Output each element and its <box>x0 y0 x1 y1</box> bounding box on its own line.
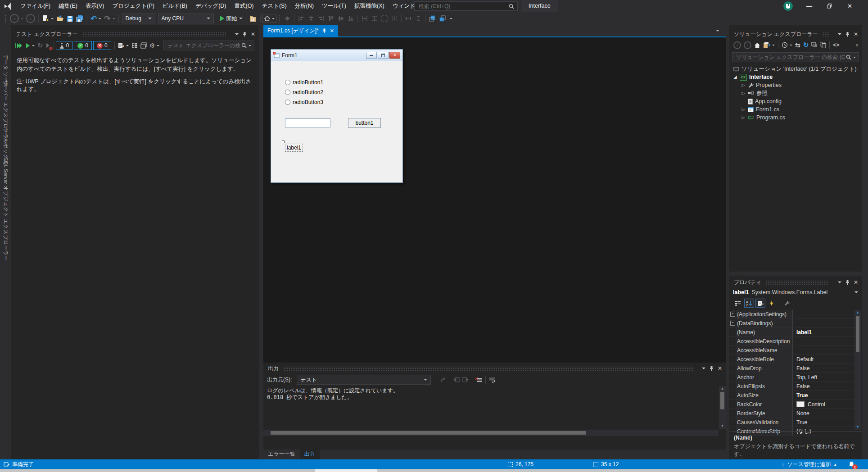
radio-button-3[interactable]: radioButton3 <box>285 99 323 105</box>
toolbar-overflow-icon[interactable]: » <box>855 42 859 48</box>
menu-edit[interactable]: 編集(E) <box>54 0 81 12</box>
form-button1[interactable]: button1 <box>348 118 381 128</box>
navigate-forward-button[interactable]: › <box>25 13 36 24</box>
navigate-back-button[interactable]: ‹ <box>9 13 25 24</box>
menu-file[interactable]: ファイル(F) <box>16 0 54 12</box>
refresh-icon[interactable]: ↻ <box>802 40 810 50</box>
search-options-icon[interactable] <box>853 57 856 58</box>
show-all-files-icon[interactable] <box>819 40 827 50</box>
start-debug-button[interactable]: 開始 <box>219 13 244 24</box>
properties-view-icon[interactable] <box>755 299 765 308</box>
window-position-icon[interactable] <box>702 368 705 369</box>
events-icon[interactable] <box>767 299 777 308</box>
menu-project[interactable]: プロジェクト(P) <box>108 0 158 12</box>
maximize-button[interactable] <box>819 0 840 12</box>
form-label1[interactable]: label1 <box>285 144 303 152</box>
designed-form-window[interactable]: Form1 ✕ radioButton1 radioButton2 radioB… <box>271 49 403 183</box>
test-explorer-search-input[interactable] <box>167 42 241 49</box>
toolbar-overflow-icon[interactable] <box>450 18 452 19</box>
menu-tools[interactable]: ツール(T) <box>318 0 350 12</box>
menu-format[interactable]: 書式(O) <box>230 0 258 12</box>
tab-output[interactable]: 出力 <box>300 449 320 459</box>
radio-button-2[interactable]: radioButton2 <box>285 89 323 95</box>
selected-object-dropdown[interactable]: label1 System.Windows.Forms.Label <box>729 287 862 297</box>
output-log[interactable]: ログのレベルは、情報（既定）に設定されています。 0.018 秒でストアが開きま… <box>263 386 719 429</box>
pin-icon[interactable] <box>845 280 850 285</box>
toolbar-grip[interactable] <box>5 14 7 23</box>
expanded-icon[interactable]: ◢ <box>733 75 737 79</box>
close-icon[interactable]: ✕ <box>854 279 858 286</box>
settings-gear-icon[interactable]: ⚙ <box>148 40 161 51</box>
promote-pin-icon[interactable] <box>322 28 326 33</box>
search-options-icon[interactable] <box>249 45 251 46</box>
navigate-home-icon[interactable] <box>262 14 276 23</box>
tree-item-project-interface[interactable]: ◢ C# Interface <box>733 73 862 81</box>
categorized-icon[interactable] <box>733 299 743 308</box>
platform-dropdown[interactable]: Any CPU <box>158 14 214 23</box>
playlist-icon[interactable] <box>117 40 130 51</box>
quick-search-box[interactable] <box>414 1 518 11</box>
output-horizontal-scrollbar[interactable] <box>263 430 719 436</box>
radio-circle[interactable] <box>285 90 290 95</box>
alphabetical-sort-icon[interactable]: AZ <box>744 299 754 308</box>
open-file-icon[interactable] <box>55 13 65 24</box>
window-position-icon[interactable] <box>838 281 841 283</box>
collapsed-icon[interactable]: ▷ <box>741 83 746 87</box>
test-explorer-search-box[interactable] <box>163 41 254 50</box>
radio-circle[interactable] <box>285 100 290 105</box>
minimize-button[interactable]: — <box>799 0 819 12</box>
pin-icon[interactable] <box>243 32 247 37</box>
clear-all-output-icon[interactable] <box>474 374 484 385</box>
tree-item-references[interactable]: ▷ 参照 <box>733 89 862 97</box>
bring-to-front-icon[interactable] <box>429 15 436 22</box>
document-overflow-icon[interactable] <box>716 30 719 32</box>
solution-explorer-search-box[interactable] <box>732 52 859 62</box>
layers-icon[interactable] <box>139 40 148 51</box>
radio-button-1[interactable]: radioButton1 <box>285 79 323 86</box>
properties-scrollbar[interactable]: ▲ ▼ <box>854 310 861 430</box>
filter-passed-tests-button[interactable]: ✓ 0 <box>74 41 92 50</box>
menu-debug[interactable]: デバッグ(D) <box>191 0 231 12</box>
form-textbox[interactable] <box>285 118 330 127</box>
menu-analyze[interactable]: 分析(N) <box>291 0 318 12</box>
form-client-area[interactable]: radioButton1 radioButton2 radioButton3 b… <box>271 61 402 183</box>
radio-circle[interactable] <box>285 80 290 85</box>
filter-total-tests-button[interactable]: 0 <box>56 41 73 50</box>
new-project-icon[interactable] <box>41 13 55 24</box>
menu-test[interactable]: テスト(S) <box>258 0 291 12</box>
add-to-source-control-button[interactable]: ↑ ソース管理に追加 ▲ <box>782 461 837 468</box>
pending-changes-filter-icon[interactable] <box>780 40 794 50</box>
sidebar-tab-sql-server[interactable]: SQL Server オブジェクト エクスプローラー <box>2 157 9 261</box>
filter-failed-tests-button[interactable]: ✕ 0 <box>93 41 111 50</box>
output-vertical-scrollbar[interactable]: ▲ ▼ <box>719 386 726 429</box>
output-source-dropdown[interactable]: テスト <box>297 375 431 385</box>
pin-icon[interactable] <box>845 32 850 37</box>
pin-icon[interactable] <box>710 366 714 371</box>
notifications-button[interactable]: 1 <box>848 461 855 468</box>
menu-build[interactable]: ビルド(B) <box>158 0 191 12</box>
window-position-icon[interactable] <box>838 33 841 35</box>
tree-item-program[interactable]: ▷ C# Program.cs <box>733 113 862 122</box>
configuration-dropdown[interactable]: Debug <box>122 14 155 23</box>
close-icon[interactable]: ✕ <box>718 365 722 372</box>
word-wrap-icon[interactable] <box>488 374 497 385</box>
tree-item-form1[interactable]: ▷ Form1.cs <box>733 105 862 113</box>
run-test-button[interactable] <box>24 40 36 51</box>
close-icon[interactable]: ✕ <box>854 31 858 37</box>
tab-error-list[interactable]: エラー一覧 <box>263 449 300 459</box>
tree-item-properties[interactable]: ▷ Properties <box>733 81 862 89</box>
selection-handle[interactable] <box>282 141 285 143</box>
view-code-icon[interactable]: <> <box>832 40 841 50</box>
save-icon[interactable] <box>65 13 75 24</box>
quick-search-input[interactable] <box>418 3 509 10</box>
undo-icon[interactable]: ↶ <box>89 13 103 24</box>
redo-icon[interactable]: ↷ <box>103 13 116 24</box>
switch-views-icon[interactable] <box>762 40 776 50</box>
menu-view[interactable]: 表示(V) <box>81 0 108 12</box>
collapsed-icon[interactable]: ▷ <box>741 91 746 95</box>
collapsed-icon[interactable]: ▷ <box>741 107 746 112</box>
home-icon[interactable] <box>753 40 762 50</box>
menu-extensions[interactable]: 拡張機能(X) <box>350 0 389 12</box>
collapsed-icon[interactable]: ▷ <box>741 115 746 120</box>
run-all-tests-button[interactable] <box>14 40 24 51</box>
